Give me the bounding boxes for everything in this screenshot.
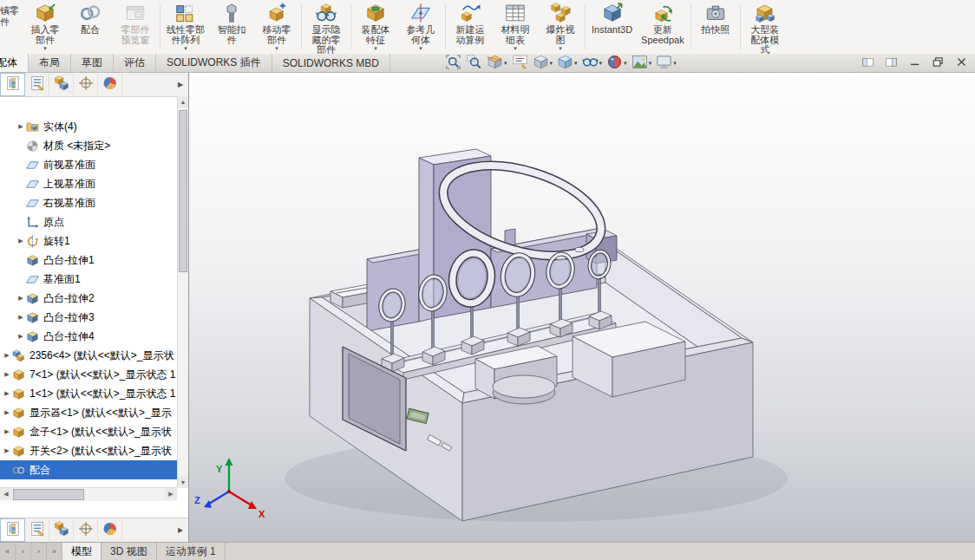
- view-orientation-button[interactable]: ▾: [532, 54, 554, 73]
- tree-item[interactable]: 原点: [0, 212, 177, 231]
- dropdown-caret-icon[interactable]: ▾: [514, 46, 517, 51]
- scrollbar-thumb[interactable]: [13, 489, 84, 500]
- tree-item[interactable]: 凸台-拉伸1: [0, 251, 177, 270]
- edit-appearance-button[interactable]: ▾: [605, 54, 628, 73]
- dynamic-annotation-button[interactable]: [511, 54, 529, 73]
- expand-arrow-icon[interactable]: ▶: [2, 390, 12, 397]
- tree-item[interactable]: 基准面1: [0, 270, 177, 289]
- smart-fasteners-button[interactable]: 智能扣件: [209, 0, 254, 54]
- mate-button[interactable]: 配合: [68, 0, 113, 54]
- tree-item[interactable]: ▶7<1> (默认<<默认>_显示状态 1: [0, 365, 177, 384]
- status-tab-1[interactable]: 3D 视图: [101, 543, 157, 560]
- study-nav-button[interactable]: «: [0, 543, 16, 560]
- tree-item[interactable]: 材质 <未指定>: [0, 136, 177, 155]
- pane-left-button[interactable]: [857, 55, 878, 70]
- displaymanager-tab[interactable]: [98, 519, 122, 541]
- tree-item[interactable]: 上视基准面: [0, 174, 177, 193]
- dropdown-caret-icon[interactable]: ▾: [374, 46, 377, 51]
- status-tab-2[interactable]: 运动算例 1: [157, 543, 226, 560]
- partial-ribbon-button[interactable]: 镇零 件: [0, 0, 23, 54]
- expand-arrow-icon[interactable]: ▶: [2, 352, 12, 359]
- win-min-button[interactable]: [904, 55, 925, 70]
- win-restore-button[interactable]: [927, 55, 948, 70]
- tree-item[interactable]: ▶1<1> (默认<<默认>_显示状态 1: [0, 384, 177, 403]
- display-style-button[interactable]: ▾: [556, 54, 579, 73]
- command-tab-0[interactable]: 配体: [0, 54, 29, 72]
- show-hidden-button[interactable]: 显示隐藏的零部件: [304, 0, 349, 54]
- assembly-features-button[interactable]: 装配体特征▾: [353, 0, 398, 54]
- new-motion-study-button[interactable]: 新建运动算例: [448, 0, 493, 54]
- expand-arrow-icon[interactable]: ▶: [16, 238, 26, 244]
- tree-item[interactable]: 右视基准面: [0, 193, 177, 212]
- dropdown-caret-icon[interactable]: ▾: [649, 60, 652, 67]
- propertymanager-tab[interactable]: [25, 519, 49, 541]
- featuremanager-tab[interactable]: [0, 73, 25, 96]
- tree-item[interactable]: ▶旋转1: [0, 231, 177, 251]
- featuremanager-tab[interactable]: [0, 518, 25, 542]
- reference-geometry-button[interactable]: 参考几何体▾: [398, 0, 443, 54]
- zoom-to-area-button[interactable]: [465, 54, 483, 73]
- tree-item[interactable]: ▶显示器<1> (默认<<默认>_显示: [0, 403, 177, 422]
- update-speedpak-button[interactable]: 更新Speedpak: [637, 0, 689, 54]
- large-assembly-mode-button[interactable]: 大型装配体模式: [743, 0, 788, 54]
- expand-arrow-icon[interactable]: ▶: [2, 428, 12, 435]
- expand-arrow-icon[interactable]: ▶: [2, 409, 12, 416]
- command-tab-2[interactable]: 草图: [71, 54, 114, 72]
- command-tab-3[interactable]: 评估: [114, 54, 156, 72]
- tree-item[interactable]: ▶开关<2> (默认<<默认>_显示状: [0, 441, 177, 460]
- dropdown-caret-icon[interactable]: ▾: [184, 46, 187, 51]
- scroll-right-icon[interactable]: ▶: [165, 488, 177, 499]
- study-nav-button[interactable]: ›: [31, 543, 47, 560]
- hide-show-items-button[interactable]: ▾: [581, 54, 604, 73]
- horizontal-scrollbar[interactable]: ◀ ▶: [0, 487, 177, 501]
- expand-arrow-icon[interactable]: ▶: [16, 123, 26, 130]
- command-tab-5[interactable]: SOLIDWORKS MBD: [272, 54, 390, 72]
- linear-pattern-button[interactable]: 线性零部件阵列▾: [162, 0, 209, 54]
- snapshot-button[interactable]: 拍快照: [693, 0, 738, 54]
- propertymanager-tab[interactable]: [25, 74, 49, 95]
- study-nav-button[interactable]: ‹: [16, 543, 31, 560]
- 3d-viewport[interactable]: Y X Z: [189, 73, 975, 542]
- command-tab-4[interactable]: SOLIDWORKS 插件: [156, 54, 272, 72]
- panel-flyout-arrow-icon[interactable]: ▶: [173, 81, 188, 88]
- win-close-button[interactable]: [951, 55, 972, 70]
- move-component-button[interactable]: 移动零部件▾: [254, 0, 299, 54]
- tree-item[interactable]: ▶实体(4): [0, 117, 177, 136]
- expand-arrow-icon[interactable]: ▶: [16, 333, 26, 340]
- insert-component-button[interactable]: 插入零部件▾: [23, 0, 68, 54]
- dropdown-caret-icon[interactable]: ▾: [599, 60, 603, 67]
- tree-item[interactable]: ▶凸台-拉伸2: [0, 289, 177, 308]
- expand-arrow-icon[interactable]: ▶: [16, 295, 26, 302]
- section-view-button[interactable]: ▾: [486, 54, 508, 73]
- tree-item[interactable]: ▶2356<4> (默认<<默认>_显示状: [0, 346, 177, 365]
- exploded-view-button[interactable]: 爆炸视图▾: [538, 0, 583, 54]
- bom-button[interactable]: 材料明细表▾: [493, 0, 538, 54]
- zoom-to-fit-button[interactable]: [444, 54, 462, 73]
- view-settings-button[interactable]: ▾: [655, 54, 677, 73]
- status-tab-0[interactable]: 模型: [62, 543, 101, 560]
- dimxpert-tab[interactable]: [74, 519, 98, 541]
- instant3d-button[interactable]: Instant3D: [587, 0, 637, 54]
- dimxpert-tab[interactable]: [74, 74, 98, 95]
- tree-item[interactable]: ▶凸台-拉伸4: [0, 327, 177, 346]
- dropdown-caret-icon[interactable]: ▾: [419, 46, 422, 51]
- command-tab-1[interactable]: 布局: [29, 54, 71, 72]
- expand-arrow-icon[interactable]: ▶: [16, 314, 26, 321]
- configurationmanager-tab[interactable]: [49, 74, 74, 95]
- dropdown-caret-icon[interactable]: ▾: [275, 46, 278, 51]
- displaymanager-tab[interactable]: [98, 74, 122, 95]
- configurationmanager-tab[interactable]: [49, 519, 74, 541]
- tree-item[interactable]: ▶盒子<1> (默认<<默认>_显示状: [0, 422, 177, 441]
- tree-item[interactable]: 前视基准面: [0, 155, 177, 174]
- tree-item[interactable]: ▶凸台-拉伸3: [0, 308, 177, 327]
- dropdown-caret-icon[interactable]: ▾: [574, 60, 578, 67]
- apply-scene-button[interactable]: ▾: [631, 54, 653, 73]
- dropdown-caret-icon[interactable]: ▾: [559, 46, 562, 51]
- scroll-left-icon[interactable]: ◀: [0, 488, 12, 499]
- panel-flyout-arrow-icon[interactable]: ▶: [173, 526, 188, 534]
- expand-arrow-icon[interactable]: ▶: [2, 371, 12, 378]
- dropdown-caret-icon[interactable]: ▾: [550, 60, 553, 67]
- dropdown-caret-icon[interactable]: ▾: [504, 60, 507, 67]
- dropdown-caret-icon[interactable]: ▾: [43, 46, 47, 51]
- graphics-area[interactable]: Y X Z: [189, 73, 975, 542]
